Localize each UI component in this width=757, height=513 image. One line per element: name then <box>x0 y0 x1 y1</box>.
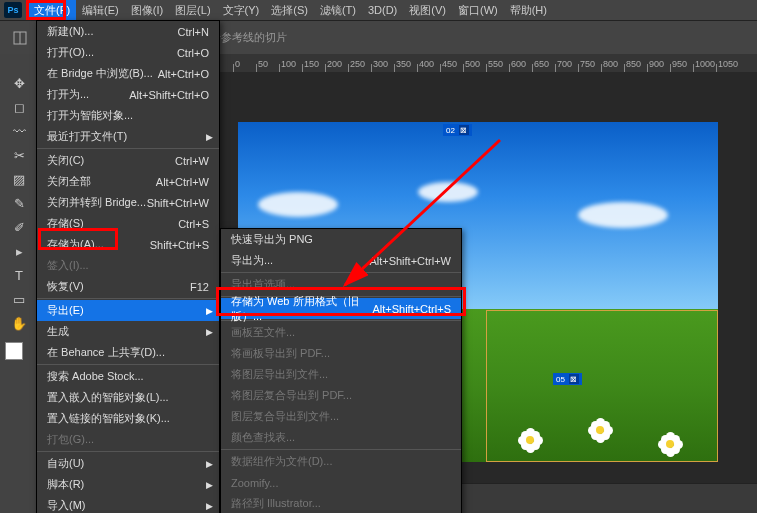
menu-item[interactable]: 置入链接的智能对象(K)... <box>37 408 219 429</box>
menu-item: 打包(G)... <box>37 429 219 450</box>
menu-item[interactable]: 关闭全部Alt+Ctrl+W <box>37 171 219 192</box>
brush-tool[interactable]: ✐ <box>7 216 31 238</box>
submenu-item: 画板至文件... <box>221 322 461 343</box>
menu-item[interactable]: 导出(E)▶ <box>37 300 219 321</box>
menubar-item[interactable]: 视图(V) <box>403 0 452 20</box>
menu-item[interactable]: 搜索 Adobe Stock... <box>37 366 219 387</box>
file-menu-dropdown: 新建(N)...Ctrl+N打开(O)...Ctrl+O在 Bridge 中浏览… <box>36 20 220 513</box>
slice-marker-mid[interactable]: 05⊠ <box>553 373 582 385</box>
slice-tool[interactable]: ▨ <box>7 168 31 190</box>
slice-selection[interactable]: 05⊠ <box>486 310 718 462</box>
menu-item[interactable]: 置入嵌入的智能对象(L)... <box>37 387 219 408</box>
menubar-item[interactable]: 选择(S) <box>265 0 314 20</box>
menu-item[interactable]: 存储(S)Ctrl+S <box>37 213 219 234</box>
menu-item[interactable]: 在 Behance 上共享(D)... <box>37 342 219 363</box>
menu-item[interactable]: 导入(M)▶ <box>37 495 219 513</box>
menubar-item[interactable]: 图像(I) <box>125 0 169 20</box>
menubar-item[interactable]: 文件(F) <box>28 0 76 20</box>
app-logo: Ps <box>4 2 22 18</box>
menu-item[interactable]: 存储为(A)...Shift+Ctrl+S <box>37 234 219 255</box>
menubar-item[interactable]: 文字(Y) <box>217 0 266 20</box>
pen-tool[interactable]: ▸ <box>7 240 31 262</box>
menubar: 文件(F)编辑(E)图像(I)图层(L)文字(Y)选择(S)滤镜(T)3D(D)… <box>0 0 757 20</box>
submenu-item: Zoomify... <box>221 472 461 493</box>
menubar-item[interactable]: 帮助(H) <box>504 0 553 20</box>
menubar-item[interactable]: 窗口(W) <box>452 0 504 20</box>
slice-tool-icon <box>9 27 31 49</box>
lasso-tool[interactable]: 〰 <box>7 120 31 142</box>
submenu-item: 颜色查找表... <box>221 427 461 448</box>
menu-item[interactable]: 关闭(C)Ctrl+W <box>37 150 219 171</box>
menubar-item[interactable]: 3D(D) <box>362 0 403 20</box>
submenu-item[interactable]: 导出为...Alt+Shift+Ctrl+W <box>221 250 461 271</box>
marquee-tool[interactable]: ◻ <box>7 96 31 118</box>
menubar-item[interactable]: 滤镜(T) <box>314 0 362 20</box>
menubar-item[interactable]: 编辑(E) <box>76 0 125 20</box>
submenu-item: 将图层导出到文件... <box>221 364 461 385</box>
submenu-item: 数据组作为文件(D)... <box>221 451 461 472</box>
tools-panel: ✥ ◻ 〰 ✂ ▨ ✎ ✐ ▸ T ▭ ✋ <box>0 54 38 513</box>
submenu-item: 路径到 Illustrator... <box>221 493 461 513</box>
submenu-item: 图层复合导出到文件... <box>221 406 461 427</box>
shape-tool[interactable]: ▭ <box>7 288 31 310</box>
menu-item[interactable]: 关闭并转到 Bridge...Shift+Ctrl+W <box>37 192 219 213</box>
submenu-item: 将图层复合导出到 PDF... <box>221 385 461 406</box>
slice-marker-top[interactable]: 02⊠ <box>443 124 472 136</box>
menu-item[interactable]: 自动(U)▶ <box>37 453 219 474</box>
menu-item[interactable]: 最近打开文件(T)▶ <box>37 126 219 147</box>
submenu-item[interactable]: 快速导出为 PNG <box>221 229 461 250</box>
text-tool[interactable]: T <box>7 264 31 286</box>
menu-item[interactable]: 生成▶ <box>37 321 219 342</box>
eyedropper-tool[interactable]: ✎ <box>7 192 31 214</box>
menu-item[interactable]: 打开(O)...Ctrl+O <box>37 42 219 63</box>
color-swatch[interactable] <box>5 342 33 370</box>
crop-tool[interactable]: ✂ <box>7 144 31 166</box>
menu-item[interactable]: 脚本(R)▶ <box>37 474 219 495</box>
menu-item: 签入(I)... <box>37 255 219 276</box>
menubar-item[interactable]: 图层(L) <box>169 0 216 20</box>
submenu-item: 将画板导出到 PDF... <box>221 343 461 364</box>
menu-item[interactable]: 打开为...Alt+Shift+Ctrl+O <box>37 84 219 105</box>
menu-item[interactable]: 恢复(V)F12 <box>37 276 219 297</box>
export-submenu: 快速导出为 PNG导出为...Alt+Shift+Ctrl+W导出首选项...存… <box>220 228 462 513</box>
hand-tool[interactable]: ✋ <box>7 312 31 334</box>
menu-item[interactable]: 在 Bridge 中浏览(B)...Alt+Ctrl+O <box>37 63 219 84</box>
move-tool[interactable]: ✥ <box>7 72 31 94</box>
menu-item[interactable]: 打开为智能对象... <box>37 105 219 126</box>
submenu-item[interactable]: 存储为 Web 所用格式（旧版）...Alt+Shift+Ctrl+S <box>221 298 461 319</box>
submenu-item: 导出首选项... <box>221 274 461 295</box>
menu-item[interactable]: 新建(N)...Ctrl+N <box>37 21 219 42</box>
